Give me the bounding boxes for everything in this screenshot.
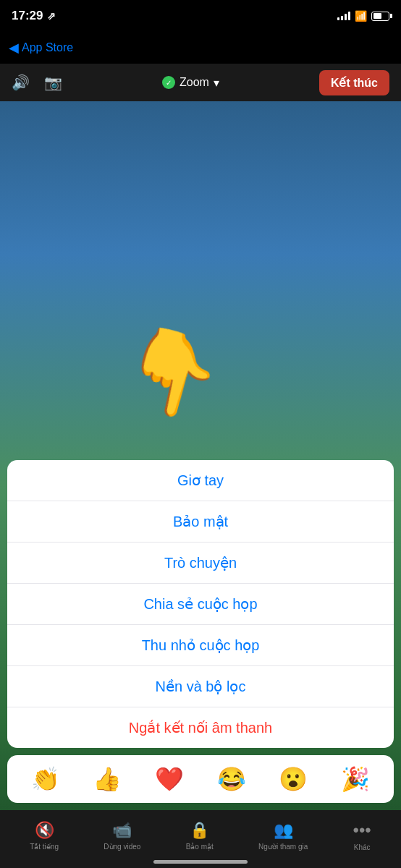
camera-flip-icon[interactable]: 📷	[44, 74, 62, 91]
wifi-icon: 📶	[355, 10, 367, 22]
action-sheet-overlay: Giơ tay Bảo mật Trò chuyện Chia sẻ cuộc …	[0, 101, 401, 868]
stop-video-label: Dừng video	[104, 843, 140, 851]
bottom-bar-item-security[interactable]: 🔒 Bảo mật	[186, 821, 214, 851]
reaction-clap[interactable]: 👏	[31, 765, 60, 793]
bottom-bar-item-participants[interactable]: 👥 Người tham gia	[258, 821, 308, 851]
status-bar: 17:29 ⇗ 📶	[0, 0, 401, 32]
zoom-shield-icon: ✓	[162, 76, 175, 89]
action-item-chia-se[interactable]: Chia sẻ cuộc họp	[7, 584, 394, 625]
action-item-tro-chuyen[interactable]: Trò chuyện	[7, 542, 394, 584]
reaction-laugh[interactable]: 😂	[217, 765, 246, 793]
end-meeting-button[interactable]: Kết thúc	[319, 70, 389, 95]
bottom-bar-item-audio[interactable]: 🔇 Tắt tiếng	[30, 821, 59, 851]
reactions-bar: 👏 👍 ❤️ 😂 😮 🎉	[7, 755, 394, 803]
reaction-thumbsup[interactable]: 👍	[93, 765, 122, 793]
back-arrow-icon: ◀	[9, 40, 19, 56]
status-icons: 📶	[337, 10, 389, 22]
stop-video-icon: 📹	[112, 821, 132, 840]
reaction-party[interactable]: 🎉	[341, 765, 370, 793]
mute-icon: 🔇	[35, 821, 54, 840]
signal-bars	[337, 12, 350, 20]
nav-bar: ◀ App Store	[0, 32, 401, 64]
volume-icon[interactable]: 🔊	[12, 74, 30, 91]
toolbar-center[interactable]: ✓ Zoom ▾	[162, 76, 219, 90]
zoom-label: Zoom	[180, 76, 209, 89]
reaction-heart[interactable]: ❤️	[155, 765, 184, 793]
security-icon: 🔒	[190, 821, 209, 840]
action-item-bao-mat[interactable]: Bảo mật	[7, 501, 394, 542]
action-item-gio-tay[interactable]: Giơ tay	[7, 460, 394, 501]
more-label: Khác	[354, 843, 371, 851]
security-label: Bảo mật	[186, 843, 214, 851]
status-time: 17:29 ⇗	[12, 9, 56, 23]
reaction-wow[interactable]: 😮	[279, 765, 308, 793]
participants-label: Người tham gia	[258, 843, 308, 851]
action-item-thu-nho[interactable]: Thu nhỏ cuộc họp	[7, 625, 394, 666]
action-item-ngat-ket-noi[interactable]: Ngắt kết nối âm thanh	[7, 707, 394, 748]
zoom-dropdown-icon: ▾	[214, 76, 219, 90]
toolbar: 🔊 📷 ✓ Zoom ▾ Kết thúc	[0, 64, 401, 101]
bottom-bar-item-more[interactable]: ••• Khác	[353, 820, 371, 851]
location-icon: ⇗	[47, 10, 56, 22]
action-sheet: Giơ tay Bảo mật Trò chuyện Chia sẻ cuộc …	[7, 460, 394, 748]
back-label: App Store	[22, 41, 73, 54]
mute-label: Tắt tiếng	[30, 843, 59, 851]
toolbar-left: 🔊 📷	[12, 74, 62, 91]
bottom-bar: 🔇 Tắt tiếng 📹 Dừng video 🔒 Bảo mật 👥 Ngư…	[0, 810, 401, 868]
nav-back[interactable]: ◀ App Store	[9, 40, 73, 56]
action-item-nen-bo-loc[interactable]: Nền và bộ lọc	[7, 666, 394, 707]
more-icon: •••	[353, 820, 371, 841]
battery-icon	[371, 12, 389, 21]
participants-icon: 👥	[274, 821, 293, 840]
bottom-bar-item-video[interactable]: 📹 Dừng video	[104, 821, 140, 851]
home-indicator	[153, 860, 248, 864]
